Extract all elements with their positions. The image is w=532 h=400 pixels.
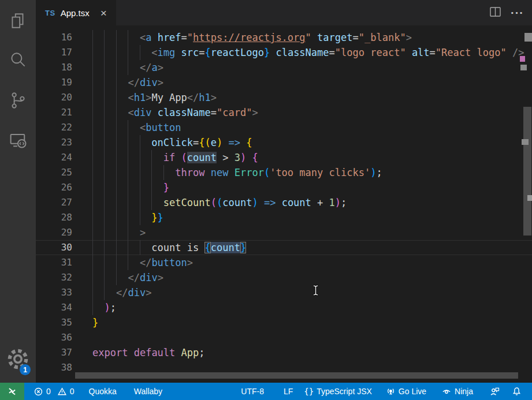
feedback-icon[interactable] xyxy=(489,386,500,397)
activity-bar: 1 xyxy=(0,0,36,383)
code-line[interactable]: 31 </button> xyxy=(36,255,532,270)
typescript-file-icon: TS xyxy=(45,9,55,17)
code-line[interactable]: 21 <div className="card"> xyxy=(36,105,532,120)
code-line[interactable]: 37export default App; xyxy=(36,345,532,360)
line-number: 25 xyxy=(36,165,72,180)
line-number: 21 xyxy=(36,105,72,120)
line-text: </div> xyxy=(92,270,163,285)
code-line[interactable]: 34 ); xyxy=(36,300,532,315)
code-line[interactable]: 24 if (count > 3) { xyxy=(36,150,532,165)
overview-mark xyxy=(520,65,527,70)
ninja-label: Ninja xyxy=(455,387,473,396)
code-line[interactable]: 28 }} xyxy=(36,210,532,225)
line-number: 29 xyxy=(36,225,72,240)
language-mode[interactable]: {} TypeScript JSX xyxy=(304,387,372,396)
line-number: 20 xyxy=(36,90,72,105)
code-line[interactable]: 18 </a> xyxy=(36,60,532,75)
tab-close-icon[interactable]: × xyxy=(101,8,107,18)
line-number: 16 xyxy=(36,30,72,45)
line-number: 24 xyxy=(36,150,72,165)
line-number: 26 xyxy=(36,180,72,195)
settings-gear-icon[interactable]: 1 xyxy=(0,345,36,373)
line-text: <a href="https://reactjs.org" target="_b… xyxy=(92,30,412,45)
notifications-bell-icon[interactable] xyxy=(512,386,522,397)
settings-badge: 1 xyxy=(20,364,31,375)
remote-explorer-icon[interactable] xyxy=(0,126,36,154)
code-line[interactable]: 22 <button xyxy=(36,120,532,135)
line-text: export default App; xyxy=(92,345,205,360)
quokka-status[interactable]: Quokka xyxy=(89,387,117,396)
line-number: 37 xyxy=(36,345,72,360)
vscode-window: 1 TS App.tsx × ··· 16 <a href="https://r… xyxy=(0,0,532,400)
line-number: 18 xyxy=(36,60,72,75)
line-text: count is {count} xyxy=(92,240,246,255)
broadcast-icon xyxy=(386,387,396,397)
line-text: } xyxy=(92,315,98,330)
line-number: 17 xyxy=(36,45,72,60)
language-label: TypeScript JSX xyxy=(317,387,372,396)
line-text: </button> xyxy=(92,255,193,270)
code-line[interactable]: 33 </div> xyxy=(36,285,532,300)
status-bar: 0 0 Quokka Wallaby UTF-8 LF {} TypeScrip… xyxy=(0,383,532,400)
problems-indicator[interactable]: 0 0 xyxy=(34,387,75,397)
tab-bar: TS App.tsx × ··· xyxy=(36,0,532,25)
editor[interactable]: 16 <a href="https://reactjs.org" target=… xyxy=(36,25,532,383)
warning-count: 0 xyxy=(70,387,75,396)
line-number: 28 xyxy=(36,210,72,225)
line-text: <img src={reactLogo} className="logo rea… xyxy=(92,45,524,60)
remote-indicator[interactable] xyxy=(0,383,24,400)
line-text: <h1>My App</h1> xyxy=(92,90,217,105)
code-line[interactable]: 30 count is {count} xyxy=(36,240,532,255)
line-text: if (count > 3) { xyxy=(92,150,258,165)
code-line[interactable]: 29 > xyxy=(36,225,532,240)
error-circle-icon xyxy=(34,387,43,397)
code-line[interactable]: 27 setCount((count) => count + 1); xyxy=(36,195,532,210)
horizontal-scrollbar[interactable] xyxy=(75,372,518,379)
source-control-icon[interactable] xyxy=(0,87,36,114)
code-line[interactable]: 16 <a href="https://reactjs.org" target=… xyxy=(36,30,532,45)
warning-triangle-icon xyxy=(57,387,67,397)
line-number: 34 xyxy=(36,300,72,315)
wallaby-status[interactable]: Wallaby xyxy=(134,387,162,396)
code-line[interactable]: 25 throw new Error('too many clicks'); xyxy=(36,165,532,180)
search-icon[interactable] xyxy=(0,46,36,74)
code-line[interactable]: 20 <h1>My App</h1> xyxy=(36,90,532,105)
line-text: throw new Error('too many clicks'); xyxy=(92,165,382,180)
split-editor-icon[interactable] xyxy=(489,6,501,20)
eye-icon xyxy=(441,387,452,397)
code-line[interactable]: 36 xyxy=(36,330,532,345)
line-text: </div> xyxy=(92,285,151,300)
code-line[interactable]: 17 <img src={reactLogo} className="logo … xyxy=(36,45,532,60)
more-actions-icon[interactable]: ··· xyxy=(511,6,524,20)
line-text: <div className="card"> xyxy=(92,105,258,120)
line-text: > xyxy=(92,225,146,240)
line-text: ); xyxy=(92,300,116,315)
line-text: </div> xyxy=(92,75,163,90)
line-number: 19 xyxy=(36,75,72,90)
line-text: setCount((count) => count + 1); xyxy=(92,195,347,210)
overview-mark xyxy=(524,33,532,42)
line-text: }} xyxy=(92,210,163,225)
line-number: 35 xyxy=(36,315,72,330)
explorer-icon[interactable] xyxy=(0,7,36,35)
code-line[interactable]: 35} xyxy=(36,315,532,330)
code-line[interactable]: 26 } xyxy=(36,180,532,195)
tab-app-tsx[interactable]: TS App.tsx × xyxy=(36,0,116,25)
braces-icon: {} xyxy=(304,387,314,396)
overview-mark xyxy=(522,139,529,145)
code-line[interactable]: 23 onClick={(e) => { xyxy=(36,135,532,150)
go-live-button[interactable]: Go Live xyxy=(386,387,426,397)
error-count: 0 xyxy=(46,387,51,396)
encoding-indicator[interactable]: UTF-8 xyxy=(241,387,264,396)
line-number: 36 xyxy=(36,330,72,345)
ninja-status[interactable]: Ninja xyxy=(441,387,473,397)
line-number: 33 xyxy=(36,285,72,300)
line-text: } xyxy=(92,180,169,195)
vertical-scrollbar[interactable] xyxy=(523,107,531,235)
eol-indicator[interactable]: LF xyxy=(284,387,293,396)
code-line[interactable]: 32 </div> xyxy=(36,270,532,285)
code-lines: 16 <a href="https://reactjs.org" target=… xyxy=(36,30,532,375)
line-number: 32 xyxy=(36,270,72,285)
code-line[interactable]: 19 </div> xyxy=(36,75,532,90)
overview-mark xyxy=(527,195,532,201)
